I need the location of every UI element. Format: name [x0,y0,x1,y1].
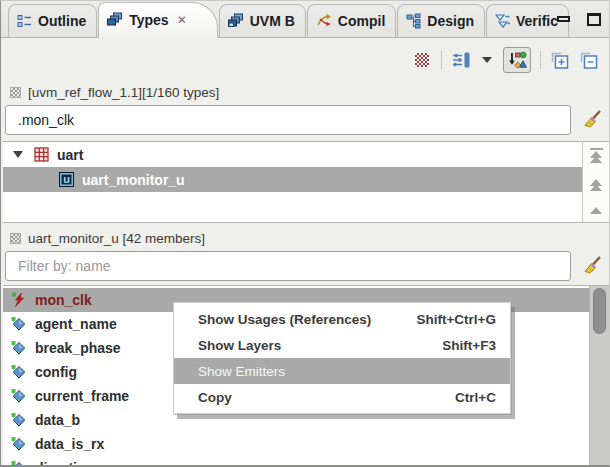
menu-item-shortcut: Shift+Ctrl+G [416,312,496,327]
expand-all-icon[interactable] [550,50,570,70]
tab-label: Types [129,12,168,28]
menu-item-label: Copy [198,390,232,405]
outline-icon [17,14,32,29]
vertical-scrollbar[interactable] [589,286,609,465]
clear-filter-broom-icon[interactable] [581,108,603,130]
tree-row-uart-monitor-u[interactable]: u uart_monitor_u [3,167,582,192]
context-menu: Show Usages (References) Shift+Ctrl+G Sh… [173,302,511,414]
field-diamond-icon [11,436,27,452]
toolbar-separator [540,51,541,69]
menu-item-show-emitters[interactable]: Show Emitters [174,358,510,384]
tab-label: Compil [338,13,385,29]
menu-item-label: Show Usages (References) [198,312,371,327]
tab-uvm-browser[interactable]: UVM B [219,4,306,37]
tab-types[interactable]: Types ✕ [98,2,218,38]
hierarchy-icon [406,13,421,29]
sort-filter-icon[interactable] [451,50,471,70]
scope-grid-icon [10,87,21,98]
window-controls [554,7,603,31]
compile-arrows-icon [316,13,332,29]
members-header-label: uart_monitor_u [42 members] [28,231,205,246]
stacked-windows-icon [228,13,244,29]
package-grid-icon [34,147,49,162]
scroll-to-top-icon[interactable] [590,148,603,163]
types-view-window: Outline Types ✕ UVM B [0,0,610,467]
field-diamond-icon [11,388,27,404]
member-kinds-icon [508,51,527,69]
tab-label: Verific [516,13,558,29]
scrollbar-thumb[interactable] [593,288,606,334]
toolbar-separator [441,51,442,69]
stacked-windows-icon [107,12,123,28]
types-scope-header: [uvm_ref_flow_1.1][1/160 types] [10,85,219,100]
tree-row-uart[interactable]: uart [3,142,582,167]
member-name: agent_name [35,316,117,332]
class-u-icon: u [59,172,74,187]
minimize-icon[interactable] [554,10,572,28]
list-item-data-is-rx[interactable]: data_is_rx [3,432,589,456]
tab-design-hierarchy[interactable]: Design [397,4,485,37]
tree-scroll-strip [582,141,609,223]
tab-label: Design [427,13,474,29]
menu-item-shortcut: Ctrl+C [455,390,496,405]
collapse-twisty-icon[interactable] [13,151,23,158]
member-name: direction [35,460,94,465]
field-diamond-icon [11,460,27,465]
member-name: data_b [35,412,80,428]
clear-filter-broom-icon[interactable] [581,254,603,276]
line-up-icon[interactable] [590,207,602,214]
tree-node-label: uart_monitor_u [82,172,185,188]
menu-item-copy[interactable]: Copy Ctrl+C [174,384,510,410]
menu-item-label: Show Emitters [198,364,285,379]
view-toolbar [1,39,609,81]
tab-compile-order[interactable]: Compil [307,4,396,37]
toolbar-menu-chevron-icon[interactable] [480,50,494,70]
tab-bar: Outline Types ✕ UVM B [1,1,609,38]
field-diamond-icon [11,412,27,428]
member-name: break_phase [35,340,121,356]
menu-item-show-usages[interactable]: Show Usages (References) Shift+Ctrl+G [174,306,510,332]
tab-label: Outline [38,13,86,29]
member-name: data_is_rx [35,436,104,452]
field-diamond-icon [11,340,27,356]
page-up-icon[interactable] [590,179,602,191]
types-search-input[interactable] [5,105,571,135]
members-header: uart_monitor_u [42 members] [10,231,205,246]
types-tree: uart u uart_monitor_u [3,141,582,223]
menu-item-show-layers[interactable]: Show Layers Shift+F3 [174,332,510,358]
field-diamond-icon [11,316,27,332]
member-name: mon_clk [35,292,92,308]
collapse-all-icon[interactable] [579,50,599,70]
signal-bolt-icon [11,292,27,308]
tab-outline[interactable]: Outline [8,4,97,37]
list-item-direction[interactable]: direction [3,456,589,465]
verification-hierarchy-icon [495,13,510,29]
member-name: current_frame [35,388,129,404]
color-mode-icon[interactable] [412,50,432,70]
tree-node-label: uart [57,147,83,163]
scope-grid-icon [10,233,21,244]
maximize-icon[interactable] [585,10,603,28]
member-name: config [35,364,77,380]
close-tab-icon[interactable]: ✕ [177,13,187,27]
menu-item-shortcut: Shift+F3 [442,338,496,353]
field-diamond-icon [11,364,27,380]
members-filter-input[interactable] [5,251,571,281]
menu-item-label: Show Layers [198,338,281,353]
types-scope-label: [uvm_ref_flow_1.1][1/160 types] [28,85,219,100]
tab-label: UVM B [250,13,295,29]
show-kinds-toggle-button[interactable] [503,47,531,73]
